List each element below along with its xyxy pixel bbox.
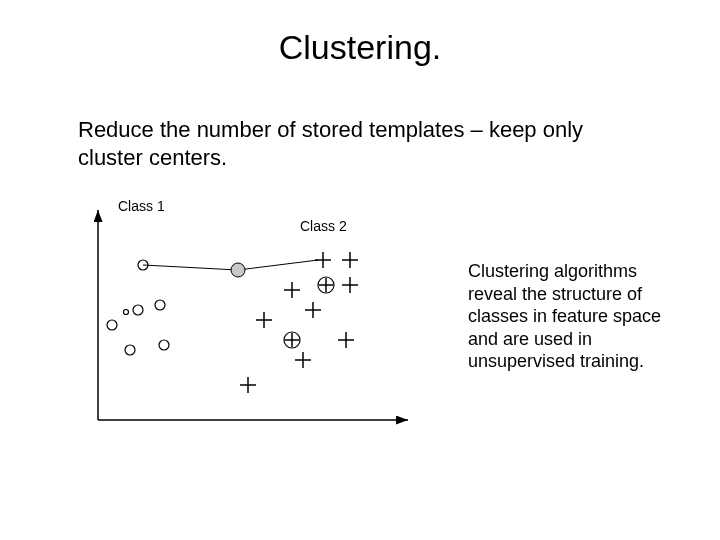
side-text: Clustering algorithms reveal the structu… [468,260,678,373]
svg-point-8 [125,345,135,355]
svg-point-3 [133,305,143,315]
svg-point-7 [159,340,169,350]
svg-point-35 [231,263,245,277]
slide: Clustering. Reduce the number of stored … [0,0,720,540]
svg-point-5 [155,300,165,310]
svg-point-6 [124,310,129,315]
svg-line-33 [143,265,238,270]
subtitle: Reduce the number of stored templates – … [78,116,598,171]
page-title: Clustering. [0,28,720,67]
class1-label: Class 1 [118,198,165,214]
svg-line-34 [238,260,318,270]
svg-point-4 [107,320,117,330]
plot-svg [88,190,428,450]
feature-space-plot: Class 1 Class 2 [88,190,428,450]
class2-label: Class 2 [300,218,347,234]
